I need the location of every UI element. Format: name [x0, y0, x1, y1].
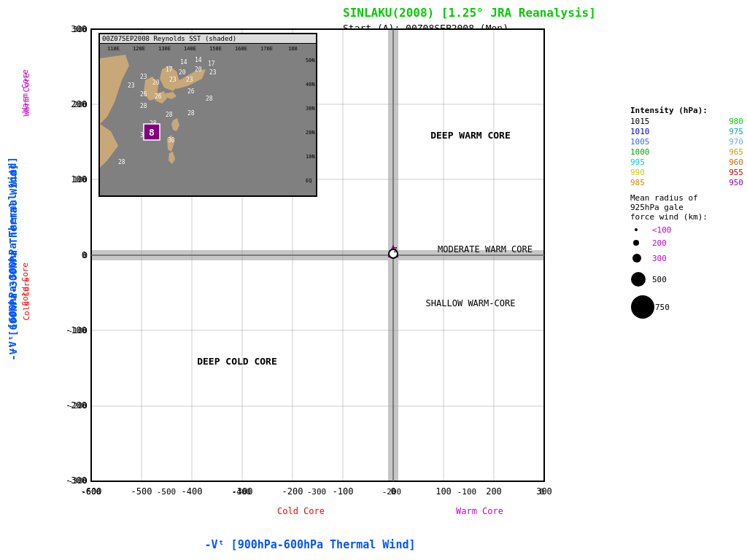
svg-text:-600: -600 [81, 486, 102, 497]
svg-text:23: 23 [169, 77, 177, 83]
chart-title: SINLAKU(2008) [1.25° JRA Reanalysis] [343, 6, 596, 20]
y-axis-main-label: -Vᵗ [600hPa-300hPa Thermal Wind] [7, 164, 19, 361]
svg-text:20: 20 [152, 79, 160, 86]
svg-text:160E: 160E [235, 46, 247, 52]
svg-text:-300: -300 [66, 475, 87, 486]
map-title: 00Z07SEP2008 Reynolds SST (shaded) [100, 34, 316, 44]
svg-text:130E: 130E [158, 46, 171, 52]
svg-text:100: 100 [436, 486, 452, 497]
svg-text:170E: 170E [260, 46, 273, 52]
svg-text:26: 26 [140, 91, 147, 98]
wind-radius-subtitle: 925hPa gale [630, 203, 743, 212]
svg-text:180: 180 [288, 46, 298, 52]
svg-text:-300: -300 [232, 486, 253, 497]
x-warm-core: Warm Core [456, 506, 503, 516]
shallow-warm-core-label: SHALLOW WARM-CORE [426, 298, 516, 308]
svg-text:300: 300 [536, 486, 552, 497]
legend-980: 980 [729, 117, 743, 126]
y-warm-label: Warm Core [22, 73, 31, 117]
svg-text:10N: 10N [306, 154, 315, 160]
svg-text:30: 30 [168, 137, 175, 144]
y-cold-label: Cold Core [22, 277, 31, 321]
map-inset: 00Z07SEP2008 Reynolds SST (shaded) 110E … [98, 33, 317, 197]
main-container: SINLAKU(2008) [1.25° JRA Reanalysis] Sta… [0, 0, 747, 560]
svg-text:150E: 150E [209, 46, 222, 52]
x-cold-core: Cold Core [277, 506, 325, 516]
svg-text:17: 17 [208, 61, 215, 67]
wind-lt100: <100 [652, 225, 672, 235]
wind-radius-title: Mean radius of [630, 193, 743, 203]
svg-text:20N: 20N [306, 130, 315, 136]
y-axis-label-wrapper: -Vᵗ [600hPa-300hPa Thermal Wind] [6, 36, 20, 489]
svg-text:14: 14 [180, 59, 187, 66]
legend-1010: 1010 [630, 127, 650, 136]
svg-text:110E: 110E [107, 46, 120, 52]
svg-text:0: 0 [390, 486, 395, 497]
wind-750: 750 [655, 303, 670, 312]
legend-970: 970 [729, 137, 743, 147]
legend-995: 995 [630, 158, 645, 167]
wind-500: 500 [652, 275, 667, 284]
legend-area: Intensity (hPa): 1015 980 1010 975 1005 … [630, 106, 743, 324]
legend-title: Intensity (hPa): [630, 106, 743, 115]
svg-text:28: 28 [206, 96, 213, 102]
svg-point-130 [635, 228, 638, 231]
svg-text:23: 23 [128, 82, 135, 89]
svg-text:-100: -100 [333, 486, 354, 497]
map-svg: 110E 120E 130E 140E 150E 160E 170E 180 5… [100, 44, 317, 197]
legend-950: 950 [729, 178, 743, 187]
svg-text:300: 300 [71, 24, 87, 34]
svg-text:50N: 50N [306, 58, 315, 63]
svg-text:120E: 120E [133, 46, 145, 52]
svg-text:23: 23 [209, 69, 217, 76]
svg-point-131 [633, 240, 639, 246]
svg-text:28: 28 [187, 110, 195, 117]
svg-text:0: 0 [82, 250, 87, 260]
svg-text:-400: -400 [182, 486, 203, 497]
moderate-warm-core-label: MODERATE WARM CORE [438, 244, 533, 254]
legend-960: 960 [729, 158, 743, 167]
legend-985: 985 [630, 178, 645, 187]
legend-990: 990 [630, 168, 645, 177]
svg-text:100: 100 [71, 174, 87, 184]
legend-1005: 1005 [630, 137, 650, 147]
svg-text:140E: 140E [184, 46, 196, 52]
svg-text:14: 14 [195, 57, 202, 63]
svg-text:17: 17 [166, 66, 173, 73]
x-axis-main-label: -Vᵗ [900hPa-600hPa Thermal Wind] [47, 538, 573, 551]
svg-text:26: 26 [187, 88, 195, 95]
svg-text:-100: -100 [66, 325, 87, 335]
svg-text:200: 200 [71, 99, 87, 109]
legend-975: 975 [729, 127, 743, 136]
svg-text:30N: 30N [306, 106, 315, 112]
legend-965: 965 [729, 147, 743, 157]
svg-point-132 [632, 254, 641, 262]
wind-radius-unit: force wind (km): [630, 212, 743, 222]
wind-200: 200 [652, 238, 667, 248]
svg-text:28: 28 [118, 159, 125, 166]
legend-1000: 1000 [630, 147, 650, 157]
svg-point-133 [631, 272, 646, 287]
svg-text:8: 8 [149, 127, 155, 138]
svg-text:Z: Z [394, 247, 398, 254]
deep-warm-core-label: DEEP WARM CORE [430, 130, 511, 141]
svg-text:200: 200 [486, 486, 502, 497]
legend-1015: 1015 [630, 117, 650, 126]
svg-point-134 [631, 295, 654, 319]
svg-text:-500: -500 [131, 486, 152, 497]
svg-text:23: 23 [186, 77, 193, 83]
svg-text:28: 28 [166, 112, 173, 118]
svg-text:EQ: EQ [306, 178, 311, 184]
svg-text:-200: -200 [66, 400, 87, 411]
wind-300: 300 [652, 254, 667, 263]
svg-text:20: 20 [195, 66, 202, 73]
svg-text:23: 23 [140, 74, 147, 80]
svg-text:-200: -200 [282, 486, 303, 497]
svg-text:40N: 40N [306, 82, 315, 88]
legend-955: 955 [729, 168, 743, 177]
svg-text:28: 28 [140, 103, 147, 109]
deep-cold-core-label: DEEP COLD CORE [197, 356, 277, 367]
svg-text:26: 26 [155, 93, 162, 100]
svg-text:20: 20 [179, 69, 186, 76]
